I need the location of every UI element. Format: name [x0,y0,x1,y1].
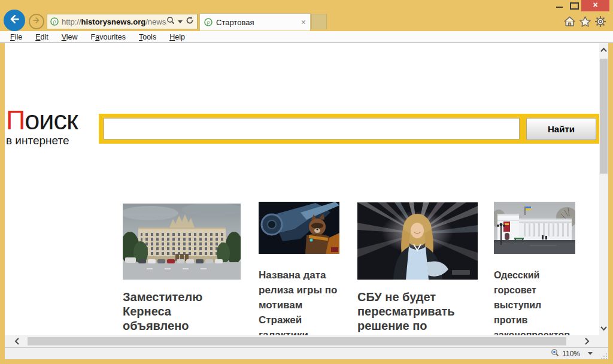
status-bar: 110% [5,347,608,359]
tab-title: Стартовая [216,18,301,27]
url-path: /news/ [145,17,166,26]
logo-accent-letter: П [6,105,25,135]
scroll-up-icon [599,46,608,54]
url-domain: historysnews.org [81,17,146,26]
search-icon[interactable] [166,16,175,27]
search-options-caret-icon[interactable] [178,20,183,23]
tab-favicon-icon: ρ [204,18,213,26]
government-building-photo[interactable] [123,204,241,280]
site-logo: Поиск в интернете [6,107,78,146]
city-hall-photo[interactable] [494,202,575,254]
logo-rest: оиск [25,105,77,135]
singer-spotlight-photo[interactable] [357,202,478,280]
tab-close-icon[interactable]: × [301,18,306,26]
menu-file[interactable]: File [4,33,29,41]
search-input[interactable] [104,118,520,139]
window-border-right [608,43,613,364]
forward-button[interactable] [29,14,44,29]
article-headline[interactable]: Названа дата релиза игры по мотивам Стра… [259,268,339,342]
browser-tab[interactable]: ρ Стартовая × [199,13,311,31]
horizontal-scrollbar-thumb[interactable] [28,337,566,345]
zoom-level: 110% [562,350,580,358]
favorites-star-icon[interactable] [579,16,591,30]
svg-text:ρ: ρ [53,19,56,25]
new-tab-button[interactable] [311,14,327,29]
menu-edit[interactable]: Edit [29,33,55,41]
zoom-magnifier-icon [551,348,559,359]
back-button[interactable] [4,10,25,31]
window-border-bottom [0,359,613,364]
menu-help[interactable]: Help [163,33,192,41]
url-text: http://historysnews.org/news/ [62,17,166,26]
menu-favourites[interactable]: Favourites [84,33,132,41]
scroll-down-icon [599,324,608,332]
site-favicon-icon: ρ [50,17,59,26]
maximize-button[interactable] [570,2,579,10]
zoom-caret-icon [588,352,593,355]
window-close-button[interactable]: × [581,0,609,11]
scroll-right-icon [582,335,591,347]
vertical-scrollbar-thumb[interactable] [600,59,608,174]
forward-arrow-icon [32,16,41,27]
menu-bar: File Edit View Favourites Tools Help [0,31,613,43]
window-border-left [0,43,5,364]
article-headline[interactable]: Одесский горсовет выступил против законо… [494,268,575,342]
search-submit-button[interactable]: Найти [526,118,596,140]
back-arrow-icon [8,13,20,28]
logo-subtitle: в интернете [6,135,78,146]
scrollbar-corner [599,335,608,347]
refresh-icon[interactable] [186,16,194,27]
game-art-photo[interactable] [259,202,339,254]
url-scheme: http:// [62,17,81,26]
settings-gear-icon[interactable] [594,16,606,30]
zoom-control[interactable]: 110% [551,348,593,359]
minimize-button[interactable] [556,7,563,8]
menu-tools[interactable]: Tools [132,33,163,41]
svg-text:ρ: ρ [207,19,210,25]
home-icon[interactable] [563,16,576,30]
scroll-left-icon [13,335,22,347]
address-bar[interactable]: ρ http://historysnews.org/news/ [47,14,198,29]
menu-view[interactable]: View [55,33,84,41]
